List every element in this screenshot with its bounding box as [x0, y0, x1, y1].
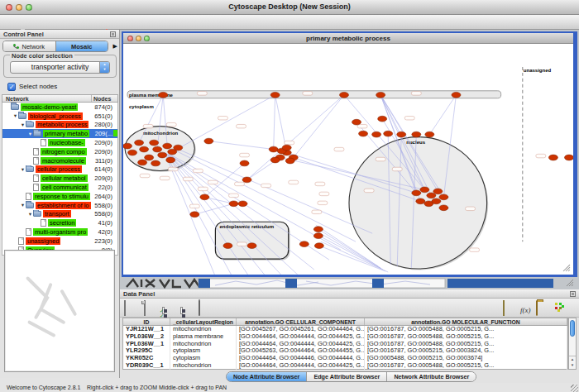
tab-node-attribute-browser[interactable]: Node Attribute Browser [227, 372, 306, 381]
network-node[interactable] [397, 131, 406, 137]
network-view-frame[interactable]: primary metabolic process plasma membran… [122, 31, 577, 277]
network-node[interactable] [166, 157, 175, 163]
network-node[interactable] [432, 198, 441, 204]
network-node[interactable] [352, 119, 361, 125]
network-tree-row[interactable]: ▼establishment of lo558(0) [2, 201, 117, 210]
network-tree-row[interactable]: ▼transport558(0) [2, 210, 117, 219]
select-nodes-checkbox[interactable]: ✓ [7, 83, 16, 91]
network-node[interactable] [123, 143, 132, 149]
network-canvas[interactable]: plasma membranecytoplasmmitochondrionnuc… [123, 44, 573, 275]
select-attributes-icon[interactable] [162, 301, 175, 314]
table-row[interactable]: YPL036W__1mitochondrion[GO:0044464, GO:0… [123, 341, 567, 348]
network-node[interactable] [299, 241, 309, 247]
network-node[interactable] [564, 155, 573, 160]
network-node[interactable] [314, 243, 323, 249]
network-node[interactable] [200, 194, 209, 200]
network-node[interactable] [240, 160, 249, 166]
network-tree-row[interactable]: cell communicat22(0) [2, 183, 117, 192]
unselect-attributes-icon[interactable] [180, 301, 194, 314]
tab-network[interactable]: Network [3, 41, 55, 51]
network-node[interactable] [433, 189, 443, 194]
network-node[interactable] [313, 233, 323, 239]
function-builder-icon[interactable]: f(x) [520, 301, 534, 314]
network-tree-row[interactable]: ▼primary metabo209(... [2, 129, 117, 138]
window-resize-grip[interactable] [571, 385, 578, 392]
table-row[interactable]: YPL036W__2plasma membrane[GO:0044464, GO… [123, 333, 567, 341]
network-tree-row[interactable]: macromolecule311(0) [2, 156, 117, 165]
network-node[interactable] [247, 243, 256, 249]
network-node[interactable] [128, 150, 137, 155]
delete-attribute-icon[interactable] [199, 301, 212, 314]
attribute-list-icon[interactable] [503, 301, 516, 314]
network-node[interactable] [420, 187, 429, 193]
scrollbar-arrows[interactable]: ▲▼ [569, 356, 576, 369]
dropdown-stepper-icon[interactable]: ▲▼ [99, 62, 109, 73]
background-frame-titlebar[interactable] [285, 279, 297, 288]
table-row[interactable]: YDR039C__1mitochondrion[GO:0044464, GO:0… [123, 362, 567, 370]
attribute-table-header[interactable]: ID _cellularLayoutRegion annotation.GO C… [123, 318, 567, 326]
network-node[interactable] [416, 198, 425, 204]
import-attributes-icon[interactable] [536, 301, 549, 314]
network-tree-row[interactable]: nucleobase-209(0) [2, 138, 117, 147]
frame-resize-grip[interactable] [567, 280, 573, 286]
undock-icon[interactable] [570, 291, 576, 297]
network-tree-row[interactable]: ▼cellular process614(0) [2, 165, 117, 174]
canvas-resize-grip[interactable] [563, 265, 570, 271]
network-node[interactable] [269, 146, 278, 152]
network-tree-row[interactable]: response to stimulu264(0) [2, 192, 117, 201]
network-node[interactable] [204, 138, 213, 144]
network-node[interactable] [150, 140, 159, 146]
network-tree-row[interactable]: multi-organism pro42(0) [2, 227, 117, 237]
tab-network-attribute-browser[interactable]: Network Attribute Browser [386, 372, 476, 381]
network-node[interactable] [229, 201, 238, 207]
network-node[interactable] [439, 194, 448, 200]
network-node[interactable] [174, 145, 183, 151]
network-node[interactable] [282, 145, 291, 151]
network-tree-row[interactable]: ▼metabolic process280(0) [2, 121, 117, 130]
network-node[interactable] [242, 177, 251, 183]
tab-mosaic[interactable]: Mosaic [55, 41, 108, 51]
network-node[interactable] [238, 201, 247, 207]
network-node[interactable] [285, 158, 294, 164]
tree-expander-icon[interactable]: ▼ [20, 167, 26, 172]
network-node[interactable] [313, 227, 323, 232]
attribute-matrix-icon[interactable] [553, 301, 567, 314]
network-tree-row[interactable]: mosaic-demo-yeast874(0) [2, 103, 117, 112]
tree-expander-icon[interactable]: ▼ [27, 212, 33, 217]
network-tree-row[interactable]: unassigned223(0) [2, 237, 117, 246]
network-node[interactable] [372, 131, 381, 137]
network-node[interactable] [548, 155, 557, 160]
network-node[interactable] [270, 92, 280, 98]
network-node[interactable] [159, 92, 168, 98]
network-node[interactable] [339, 92, 348, 98]
network-node[interactable] [223, 243, 232, 249]
tab-edge-attribute-browser[interactable]: Edge Attribute Browser [306, 372, 386, 381]
scrollbar-thumb[interactable] [570, 320, 575, 337]
network-node[interactable] [412, 131, 421, 137]
compartment-plasma-membrane[interactable] [127, 91, 501, 98]
birdseye-navigator[interactable] [4, 250, 115, 372]
network-node[interactable] [359, 131, 368, 136]
tree-expander-icon[interactable]: ▼ [27, 131, 33, 136]
background-frame-titlebar[interactable] [372, 279, 384, 288]
network-tree-row[interactable]: cellular metabol209(0) [2, 174, 117, 183]
network-node[interactable] [151, 160, 160, 166]
tab-overflow-arrow[interactable]: ▶ [113, 43, 117, 50]
node-color-dropdown[interactable]: transporter activity ▲▼ [10, 61, 110, 74]
network-node[interactable] [378, 116, 387, 122]
network-node[interactable] [270, 157, 280, 163]
network-node[interactable] [376, 92, 385, 98]
network-node[interactable] [135, 140, 144, 146]
frame-titlebar[interactable]: primary metabolic process [123, 33, 573, 44]
background-frame-titlebar[interactable] [199, 279, 210, 288]
table-scrollbar[interactable]: ▲▼ [568, 318, 577, 370]
table-row[interactable]: YKR052Ccytoplasm[GO:0044464, GO:0044446,… [123, 355, 567, 362]
network-node[interactable] [439, 205, 448, 211]
network-node[interactable] [452, 92, 461, 98]
table-row[interactable]: YLR295Ccytoplasm[GO:0045263, GO:0044464,… [123, 347, 567, 355]
table-row[interactable]: YJR121W__1mitochondrion[GO:0045267, GO:0… [123, 326, 567, 333]
network-node[interactable] [190, 212, 199, 218]
attribute-table-icon[interactable] [124, 301, 137, 314]
network-node[interactable] [145, 155, 154, 160]
background-frame-titlebar[interactable] [447, 279, 553, 288]
